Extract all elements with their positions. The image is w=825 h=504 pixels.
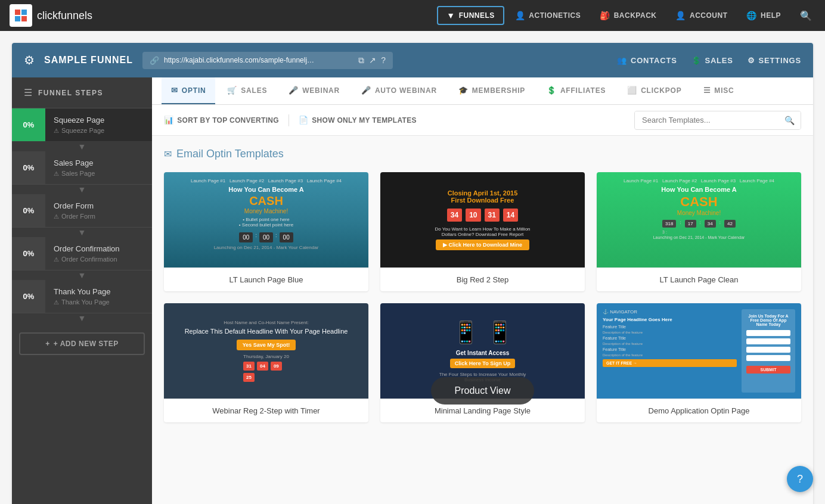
template-thumb-webinar: Host Name and Co-Host Name Present: Repl…: [164, 303, 368, 399]
section-title: ✉ Email Optin Templates: [164, 148, 801, 160]
step-percent-sales: 0%: [12, 151, 45, 184]
top-navigation: clickfunnels ▼ FUNNELS 👤 ACTIONETICS 🎒 B…: [0, 0, 825, 31]
template-thumb-big-red: Closing April 1st, 2015First Download Fr…: [380, 172, 585, 267]
svg-rect-0: [15, 10, 20, 15]
step-name-squeeze: Squeeze Page: [54, 116, 144, 125]
step-percent-order: 0%: [12, 194, 45, 227]
sidebar-header: ☰ FUNNEL STEPS: [12, 77, 152, 108]
warning-icon-order: ⚠: [54, 213, 59, 220]
step-connector-1: ▼: [12, 142, 152, 151]
step-percent-squeeze: 0%: [12, 108, 45, 141]
template-search[interactable]: 🔍: [634, 111, 801, 130]
template-card-lt-launch-clean[interactable]: Launch Page #1 Launch Page #2 Launch Pag…: [597, 172, 801, 291]
help-url-icon[interactable]: ?: [381, 55, 386, 66]
template-card-minimal[interactable]: 📱 📱 Get Instant Access Click Here To Sig…: [380, 303, 585, 422]
funnel-url-actions: ⧉ ↗ ?: [358, 55, 386, 66]
funnel-body: ☰ FUNNEL STEPS 0% Squeeze Page ⚠ Squeeze…: [12, 77, 813, 504]
logo-icon: [10, 4, 32, 27]
step-info-confirmation: Order Confirmation ⚠ Order Confirmation: [45, 237, 152, 270]
tab-clickpop[interactable]: ⬜ CLICKPOP: [618, 77, 691, 104]
nav-help[interactable]: 🌐 HELP: [738, 7, 789, 24]
nav-actionetics[interactable]: 👤 ACTIONETICS: [507, 7, 589, 24]
sales-link[interactable]: 💲 SALES: [691, 56, 733, 65]
sidebar-title: FUNNEL STEPS: [38, 89, 103, 97]
content-area: ✉ OPTIN 🛒 SALES 🎤 WEBINAR 🎤 AUTO WEBINAR: [152, 77, 813, 504]
open-url-icon[interactable]: ↗: [369, 55, 376, 66]
logo[interactable]: clickfunnels: [10, 4, 437, 27]
template-card-webinar[interactable]: Host Name and Co-Host Name Present: Repl…: [164, 303, 368, 422]
warning-icon-confirmation: ⚠: [54, 256, 59, 263]
tab-affiliates[interactable]: 💲 AFFILIATES: [537, 77, 615, 104]
sidebar-item-order[interactable]: 0% Order Form ⚠ Order Form: [12, 194, 152, 228]
step-info-order: Order Form ⚠ Order Form: [45, 194, 152, 227]
step-connector-4: ▼: [12, 270, 152, 280]
step-info-sales: Sales Page ⚠ Sales Page: [45, 151, 152, 184]
chevron-down-icon-3: ▼: [78, 228, 86, 237]
step-type-order: ⚠ Order Form: [54, 213, 144, 220]
sidebar-item-sales[interactable]: 0% Sales Page ⚠ Sales Page: [12, 151, 152, 185]
top-nav-links: ▼ FUNNELS 👤 ACTIONETICS 🎒 BACKPACK 👤 ACC…: [437, 6, 815, 25]
template-name-demo: Demo Application Optin Page: [597, 399, 801, 422]
template-card-lt-launch-blue[interactable]: Launch Page #1 Launch Page #2 Launch Pag…: [164, 172, 368, 291]
step-info-squeeze: Squeeze Page ⚠ Squeeze Page: [45, 108, 152, 141]
template-thumb-demo: ⚓ NAVIGATOR Your Page Headline Goes Here…: [597, 303, 801, 399]
nav-account[interactable]: 👤 ACCOUNT: [667, 7, 736, 24]
hamburger-icon[interactable]: ☰: [24, 87, 32, 98]
filters-bar: 📊 SORT BY TOP CONVERTING 📄 SHOW ONLY MY …: [152, 105, 813, 136]
chevron-down-icon-2: ▼: [78, 185, 86, 194]
tab-autowebinar[interactable]: 🎤 AUTO WEBINAR: [352, 77, 446, 104]
tab-membership[interactable]: 🎓 MEMBERSHIP: [449, 77, 535, 104]
nav-funnels[interactable]: ▼ FUNNELS: [437, 6, 504, 25]
contacts-link[interactable]: 👥 CONTACTS: [617, 56, 677, 65]
section-envelope-icon: ✉: [164, 148, 172, 160]
template-card-big-red[interactable]: Closing April 1st, 2015First Download Fr…: [380, 172, 585, 291]
step-name-confirmation: Order Confirmation: [54, 244, 144, 253]
step-name-sales: Sales Page: [54, 158, 144, 167]
main-container: ⚙ SAMPLE FUNNEL 🔗 https://kajabi.clickfu…: [0, 31, 825, 504]
settings-link[interactable]: ⚙ SETTINGS: [748, 56, 801, 65]
search-input[interactable]: [635, 111, 779, 129]
copy-url-icon[interactable]: ⧉: [358, 55, 364, 66]
search-icon[interactable]: 🔍: [779, 111, 801, 129]
sort-by-button[interactable]: 📊 SORT BY TOP CONVERTING: [164, 116, 279, 125]
tabs-bar: ✉ OPTIN 🛒 SALES 🎤 WEBINAR 🎤 AUTO WEBINAR: [152, 77, 813, 105]
funnel-header: ⚙ SAMPLE FUNNEL 🔗 https://kajabi.clickfu…: [12, 43, 813, 77]
funnel-settings-icon[interactable]: ⚙: [24, 53, 35, 67]
warning-icon-thankyou: ⚠: [54, 299, 59, 306]
add-step-button[interactable]: + + ADD NEW STEP: [19, 332, 145, 355]
warning-icon-squeeze: ⚠: [54, 127, 59, 134]
template-card-demo[interactable]: ⚓ NAVIGATOR Your Page Headline Goes Here…: [597, 303, 801, 422]
top-search-icon[interactable]: 🔍: [796, 7, 815, 25]
svg-rect-1: [21, 10, 27, 15]
link-icon: 🔗: [150, 56, 159, 65]
sidebar-item-thankyou[interactable]: 0% Thank You Page ⚠ Thank You Page: [12, 280, 152, 313]
funnel-header-right: 👥 CONTACTS 💲 SALES ⚙ SETTINGS: [617, 56, 801, 65]
plus-icon: +: [45, 340, 50, 348]
help-button[interactable]: ?: [787, 466, 813, 492]
template-name-big-red: Big Red 2 Step: [380, 267, 585, 291]
tab-webinar[interactable]: 🎤 WEBINAR: [279, 77, 349, 104]
dollar-icon-affiliates: 💲: [547, 86, 557, 95]
svg-rect-2: [15, 16, 20, 21]
funnel-url: https://kajabi.clickfunnels.com/sample-f…: [164, 56, 353, 64]
template-name-minimal: Minimal Landing Page Style: [380, 399, 585, 422]
step-connector-3: ▼: [12, 228, 152, 237]
show-my-templates-button[interactable]: 📄 SHOW ONLY MY TEMPLATES: [299, 116, 417, 125]
tab-sales[interactable]: 🛒 SALES: [218, 77, 277, 104]
list-icon: ☰: [703, 86, 711, 95]
sidebar-item-squeeze[interactable]: 0% Squeeze Page ⚠ Squeeze Page: [12, 108, 152, 142]
graduation-icon: 🎓: [458, 86, 469, 95]
envelope-icon: ✉: [171, 86, 178, 95]
help-globe-icon: 🌐: [746, 11, 757, 20]
funnel-title: SAMPLE FUNNEL: [44, 55, 133, 66]
warning-icon-sales: ⚠: [54, 170, 59, 177]
template-name-lt-launch-blue: LT Launch Page Blue: [164, 267, 368, 291]
svg-rect-3: [21, 16, 27, 21]
sidebar-item-confirmation[interactable]: 0% Order Confirmation ⚠ Order Confirmati…: [12, 237, 152, 270]
step-info-thankyou: Thank You Page ⚠ Thank You Page: [45, 280, 152, 313]
template-thumb-lt-launch-clean: Launch Page #1 Launch Page #2 Launch Pag…: [597, 172, 801, 267]
nav-backpack[interactable]: 🎒 BACKPACK: [591, 7, 665, 24]
template-name-webinar: Webinar Reg 2-Step with Timer: [164, 399, 368, 422]
tab-misc[interactable]: ☰ MISC: [694, 77, 744, 104]
tab-optin[interactable]: ✉ OPTIN: [162, 77, 215, 104]
